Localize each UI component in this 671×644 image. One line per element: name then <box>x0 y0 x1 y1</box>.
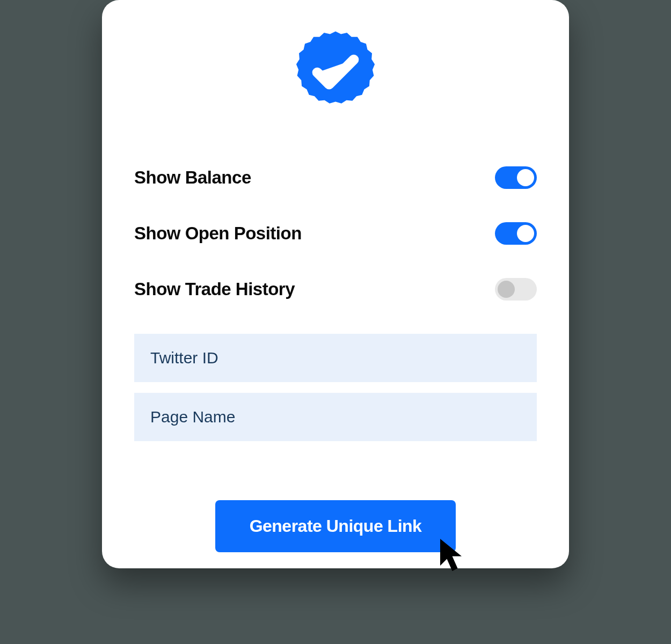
toggle-knob <box>517 169 534 186</box>
toggle-label-open-position: Show Open Position <box>134 223 302 244</box>
toggle-open-position[interactable] <box>495 222 537 245</box>
toggle-row-trade-history: Show Trade History <box>134 278 537 301</box>
settings-card: Show Balance Show Open Position Show Tra… <box>102 0 569 568</box>
toggle-label-trade-history: Show Trade History <box>134 279 295 299</box>
toggle-row-open-position: Show Open Position <box>134 222 537 245</box>
cursor-icon <box>437 536 470 574</box>
toggle-knob <box>517 225 534 242</box>
badge-container <box>134 27 537 118</box>
page-name-input[interactable] <box>134 393 537 441</box>
toggle-knob <box>498 281 515 298</box>
verified-badge-icon <box>290 27 381 118</box>
toggle-trade-history[interactable] <box>495 278 537 301</box>
toggle-label-balance: Show Balance <box>134 167 251 188</box>
twitter-id-input[interactable] <box>134 334 537 382</box>
toggle-row-balance: Show Balance <box>134 166 537 189</box>
button-container: Generate Unique Link <box>134 500 537 552</box>
generate-link-button[interactable]: Generate Unique Link <box>215 500 456 552</box>
toggle-balance[interactable] <box>495 166 537 189</box>
